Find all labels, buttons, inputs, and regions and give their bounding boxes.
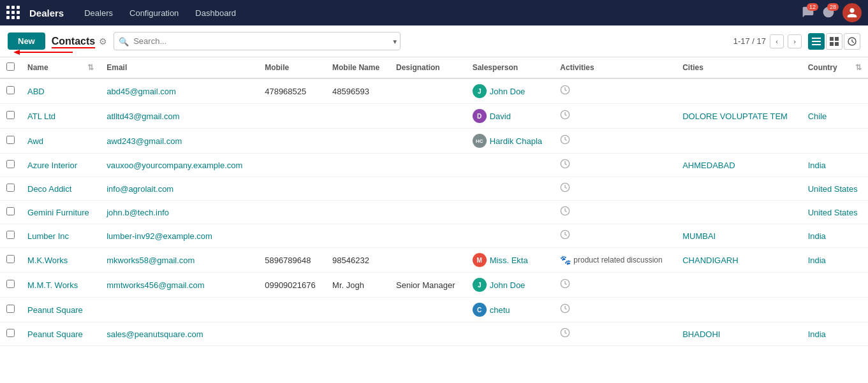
list-view-button[interactable] [808, 33, 825, 50]
nav-dealers[interactable]: Dealers [78, 8, 119, 18]
pager-next[interactable]: › [788, 34, 802, 48]
search-dropdown-icon[interactable]: ▼ [392, 38, 398, 45]
row-checkbox[interactable] [6, 255, 15, 263]
contact-mobile: 09909021676 [258, 273, 326, 298]
contact-email[interactable]: info@agrolait.com [107, 184, 173, 194]
activity-badge[interactable]: 28 [822, 6, 835, 20]
header-cities[interactable]: Cities [676, 57, 801, 78]
contact-email[interactable]: mmtworks456@gmail.com [107, 280, 204, 290]
contact-name[interactable]: Peanut Square [27, 329, 83, 339]
row-checkbox[interactable] [6, 231, 15, 239]
contact-email[interactable]: sales@peanutsquare.com [107, 329, 203, 339]
row-checkbox-cell [0, 78, 21, 104]
salesperson-name[interactable]: John Doe [490, 87, 526, 96]
row-checkbox-cell [0, 201, 21, 224]
contact-name[interactable]: Lumber Inc [27, 231, 69, 241]
contact-name[interactable]: Awd [27, 136, 43, 146]
salesperson-name[interactable]: Miss. Ekta [490, 256, 528, 265]
contact-name[interactable]: Gemini Furniture [27, 208, 89, 217]
contact-email[interactable]: lumber-inv92@example.com [107, 231, 212, 241]
row-checkbox-cell [0, 322, 21, 346]
paw-icon: 🐾 [560, 255, 571, 265]
settings-gear-icon[interactable]: ⚙ [99, 36, 107, 47]
contact-name[interactable]: ATL Ltd [27, 112, 55, 121]
header-country[interactable]: Country ⇅ [802, 57, 868, 78]
header-mobile-name[interactable]: Mobile Name [326, 57, 390, 78]
contact-mobile-name [326, 154, 390, 177]
contact-name[interactable]: Azure Interior [27, 161, 77, 170]
search-input[interactable] [114, 32, 401, 50]
activity-clock-icon [560, 329, 570, 340]
row-checkbox[interactable] [6, 329, 15, 337]
contact-mobile-name [326, 104, 390, 129]
row-checkbox-cell [0, 129, 21, 154]
contact-name[interactable]: M.M.T. Works [27, 280, 78, 290]
contact-name[interactable]: Peanut Square [27, 305, 83, 315]
contact-email[interactable]: john.b@tech.info [107, 208, 169, 217]
contact-mobile-name [326, 224, 390, 248]
salesperson-name[interactable]: David [490, 112, 511, 121]
row-checkbox[interactable] [6, 160, 15, 168]
header-mobile[interactable]: Mobile [258, 57, 326, 78]
pager-prev[interactable]: ‹ [770, 34, 784, 48]
contact-country: United States [808, 184, 858, 194]
activity-count: 28 [827, 3, 839, 11]
search-wrap: 🔍 ▼ [114, 32, 401, 50]
row-checkbox[interactable] [6, 207, 15, 215]
contact-email[interactable]: vauxoo@yourcompany.example.com [107, 161, 242, 170]
contact-name[interactable]: Deco Addict [27, 184, 71, 194]
row-checkbox[interactable] [6, 86, 15, 94]
contact-mobile [258, 154, 326, 177]
header-salesperson[interactable]: Salesperson [466, 57, 554, 78]
row-checkbox-cell [0, 224, 21, 248]
contact-email[interactable]: awd243@gmail.com [107, 136, 182, 146]
kanban-view-button[interactable] [826, 33, 842, 50]
contact-mobile [258, 104, 326, 129]
salesperson-name[interactable]: Hardik Chapla [490, 136, 542, 146]
contact-name[interactable]: M.K.Works [27, 256, 68, 265]
row-checkbox[interactable] [6, 280, 15, 288]
salesperson-name[interactable]: John Doe [490, 280, 526, 290]
contact-name[interactable]: ABD [27, 87, 45, 96]
activity-clock-icon [560, 305, 570, 315]
salesperson-name[interactable]: chetu [490, 305, 510, 315]
row-checkbox[interactable] [6, 305, 15, 313]
chat-badge[interactable]: 12 [802, 6, 814, 20]
contact-email[interactable]: mkworks58@gmail.com [107, 256, 195, 265]
chat-count: 12 [807, 3, 818, 11]
contact-country: Chile [808, 112, 827, 121]
row-checkbox[interactable] [6, 111, 15, 119]
row-checkbox-cell [0, 104, 21, 129]
nav-configuration[interactable]: Configuration [123, 8, 185, 18]
activity-clock-icon [560, 184, 570, 194]
top-nav: Dealers Dealers Configuration Dashboard … [0, 0, 868, 25]
salesperson-badge: J John Doe [473, 84, 526, 98]
contact-country: India [808, 231, 826, 241]
contact-designation: Senior Manager [390, 273, 466, 298]
contact-mobile-name: Mr. Jogh [326, 273, 390, 298]
row-checkbox[interactable] [6, 136, 15, 144]
app-grid-icon[interactable] [6, 6, 20, 20]
contact-mobile: 5896789648 [258, 248, 326, 273]
salesperson-badge: HC Hardik Chapla [473, 134, 542, 148]
user-avatar[interactable] [842, 3, 862, 22]
nav-brand: Dealers [29, 8, 64, 18]
toolbar: New Contacts ⚙ 🔍 ▼ 1-17 / 17 ‹ › [0, 25, 868, 57]
nav-dashboard[interactable]: Dashboard [189, 8, 242, 18]
header-name[interactable]: Name ⇅ [21, 57, 100, 78]
contact-email[interactable]: abd45@gmail.com [107, 87, 176, 96]
new-button[interactable]: New [8, 33, 45, 50]
clock-view-button[interactable] [844, 33, 860, 50]
contact-mobile [258, 129, 326, 154]
row-checkbox[interactable] [6, 184, 15, 192]
select-all-checkbox[interactable] [6, 62, 15, 71]
row-checkbox-cell [0, 298, 21, 322]
contact-mobile-name: 98546232 [326, 248, 390, 273]
header-activities[interactable]: Activities [554, 57, 676, 78]
contact-email[interactable]: atlltd43@gmail.com [107, 112, 179, 121]
header-designation[interactable]: Designation [390, 57, 466, 78]
contact-mobile-name [326, 298, 390, 322]
row-checkbox-cell [0, 248, 21, 273]
contact-designation [390, 248, 466, 273]
header-email[interactable]: Email [100, 57, 258, 78]
